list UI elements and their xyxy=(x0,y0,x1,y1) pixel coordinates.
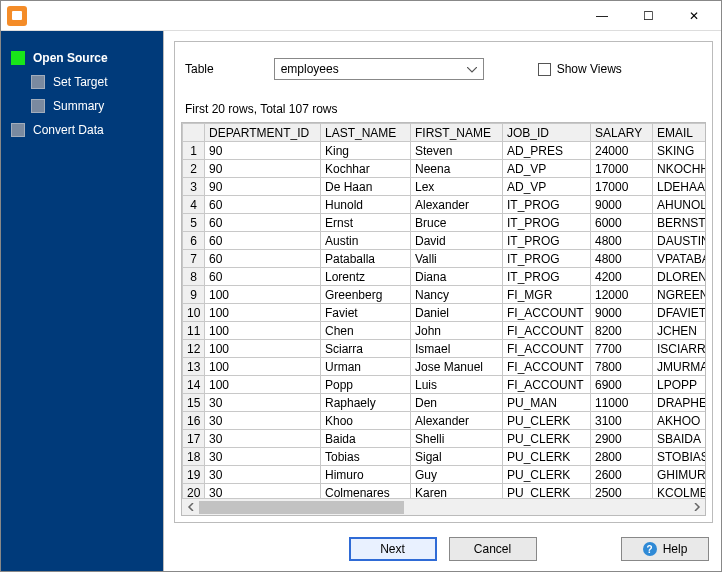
row-number-cell[interactable]: 18 xyxy=(183,448,205,466)
cell[interactable]: LPOPP xyxy=(653,376,706,394)
cell[interactable]: 60 xyxy=(205,214,321,232)
cell[interactable]: Ernst xyxy=(321,214,411,232)
cell[interactable]: Valli xyxy=(411,250,503,268)
cell[interactable]: Shelli xyxy=(411,430,503,448)
cell[interactable]: 30 xyxy=(205,484,321,499)
table-row[interactable]: 1930HimuroGuyPU_CLERK2600GHIMURO xyxy=(183,466,706,484)
cell[interactable]: Austin xyxy=(321,232,411,250)
cell[interactable]: IT_PROG xyxy=(503,214,591,232)
table-row[interactable]: 10100FavietDanielFI_ACCOUNT9000DFAVIET xyxy=(183,304,706,322)
cell[interactable]: Popp xyxy=(321,376,411,394)
minimize-button[interactable]: — xyxy=(579,1,625,31)
row-number-cell[interactable]: 11 xyxy=(183,322,205,340)
cell[interactable]: Sciarra xyxy=(321,340,411,358)
cell[interactable]: IT_PROG xyxy=(503,250,591,268)
cell[interactable]: 2500 xyxy=(591,484,653,499)
cell[interactable]: Karen xyxy=(411,484,503,499)
cell[interactable]: Tobias xyxy=(321,448,411,466)
table-row[interactable]: 9100GreenbergNancyFI_MGR12000NGREENBE xyxy=(183,286,706,304)
cell[interactable]: KCOLMENA xyxy=(653,484,706,499)
row-number-cell[interactable]: 12 xyxy=(183,340,205,358)
cell[interactable]: IT_PROG xyxy=(503,232,591,250)
table-row[interactable]: 190KingStevenAD_PRES24000SKING xyxy=(183,142,706,160)
table-row[interactable]: 1730BaidaShelliPU_CLERK2900SBAIDA xyxy=(183,430,706,448)
cell[interactable]: 30 xyxy=(205,466,321,484)
table-row[interactable]: 11100ChenJohnFI_ACCOUNT8200JCHEN xyxy=(183,322,706,340)
cell[interactable]: 3100 xyxy=(591,412,653,430)
cell[interactable]: PU_CLERK xyxy=(503,484,591,499)
next-button[interactable]: Next xyxy=(349,537,437,561)
table-row[interactable]: 1830TobiasSigalPU_CLERK2800STOBIAS xyxy=(183,448,706,466)
sidebar-item-convert-data[interactable]: Convert Data xyxy=(5,117,163,141)
table-row[interactable]: 860LorentzDianaIT_PROG4200DLORENTZ xyxy=(183,268,706,286)
cell[interactable]: 24000 xyxy=(591,142,653,160)
cell[interactable]: PU_CLERK xyxy=(503,412,591,430)
cell[interactable]: 30 xyxy=(205,448,321,466)
cell[interactable]: 60 xyxy=(205,196,321,214)
row-number-cell[interactable]: 5 xyxy=(183,214,205,232)
row-number-cell[interactable]: 2 xyxy=(183,160,205,178)
cell[interactable]: 100 xyxy=(205,304,321,322)
col-header-job-id[interactable]: JOB_ID xyxy=(503,124,591,142)
table-row[interactable]: 13100UrmanJose ManuelFI_ACCOUNT7800JMURM… xyxy=(183,358,706,376)
cell[interactable]: FI_ACCOUNT xyxy=(503,358,591,376)
row-number-cell[interactable]: 3 xyxy=(183,178,205,196)
cell[interactable]: 2900 xyxy=(591,430,653,448)
table-row[interactable]: 460HunoldAlexanderIT_PROG9000AHUNOLD xyxy=(183,196,706,214)
cell[interactable]: 4800 xyxy=(591,250,653,268)
cell[interactable]: 17000 xyxy=(591,160,653,178)
cell[interactable]: 17000 xyxy=(591,178,653,196)
cell[interactable]: Daniel xyxy=(411,304,503,322)
cell[interactable]: Ismael xyxy=(411,340,503,358)
scroll-track[interactable] xyxy=(199,499,688,515)
cell[interactable]: 100 xyxy=(205,376,321,394)
cell[interactable]: Diana xyxy=(411,268,503,286)
cell[interactable]: NKOCHHAR xyxy=(653,160,706,178)
cell[interactable]: DLORENTZ xyxy=(653,268,706,286)
cell[interactable]: 100 xyxy=(205,322,321,340)
cell[interactable]: AD_VP xyxy=(503,160,591,178)
cell[interactable]: Guy xyxy=(411,466,503,484)
cell[interactable]: Luis xyxy=(411,376,503,394)
table-row[interactable]: 660AustinDavidIT_PROG4800DAUSTIN xyxy=(183,232,706,250)
cell[interactable]: FI_MGR xyxy=(503,286,591,304)
cell[interactable]: 2600 xyxy=(591,466,653,484)
table-row[interactable]: 390De HaanLexAD_VP17000LDEHAAN xyxy=(183,178,706,196)
table-row[interactable]: 290KochharNeenaAD_VP17000NKOCHHAR xyxy=(183,160,706,178)
cell[interactable]: Sigal xyxy=(411,448,503,466)
cell[interactable]: 6000 xyxy=(591,214,653,232)
cell[interactable]: 90 xyxy=(205,142,321,160)
maximize-button[interactable]: ☐ xyxy=(625,1,671,31)
cell[interactable]: GHIMURO xyxy=(653,466,706,484)
cell[interactable]: 100 xyxy=(205,358,321,376)
cell[interactable]: JCHEN xyxy=(653,322,706,340)
cell[interactable]: 9000 xyxy=(591,196,653,214)
cell[interactable]: Greenberg xyxy=(321,286,411,304)
cell[interactable]: 100 xyxy=(205,286,321,304)
cell[interactable]: 60 xyxy=(205,250,321,268)
cell[interactable]: Kochhar xyxy=(321,160,411,178)
col-header-last-name[interactable]: LAST_NAME xyxy=(321,124,411,142)
cell[interactable]: SBAIDA xyxy=(653,430,706,448)
cell[interactable]: 11000 xyxy=(591,394,653,412)
cell[interactable]: PU_CLERK xyxy=(503,466,591,484)
cell[interactable]: LDEHAAN xyxy=(653,178,706,196)
cell[interactable]: 60 xyxy=(205,268,321,286)
row-number-cell[interactable]: 16 xyxy=(183,412,205,430)
cell[interactable]: FI_ACCOUNT xyxy=(503,340,591,358)
row-number-cell[interactable]: 8 xyxy=(183,268,205,286)
cell[interactable]: Colmenares xyxy=(321,484,411,499)
close-button[interactable]: ✕ xyxy=(671,1,717,31)
cell[interactable]: Faviet xyxy=(321,304,411,322)
sidebar-item-open-source[interactable]: Open Source xyxy=(5,45,163,69)
cell[interactable]: 30 xyxy=(205,394,321,412)
cell[interactable]: Alexander xyxy=(411,196,503,214)
cell[interactable]: STOBIAS xyxy=(653,448,706,466)
cell[interactable]: 6900 xyxy=(591,376,653,394)
cell[interactable]: AD_VP xyxy=(503,178,591,196)
col-header-email[interactable]: EMAIL xyxy=(653,124,706,142)
cell[interactable]: NGREENBE xyxy=(653,286,706,304)
table-dropdown[interactable]: employees xyxy=(274,58,484,80)
cell[interactable]: Jose Manuel xyxy=(411,358,503,376)
row-number-cell[interactable]: 14 xyxy=(183,376,205,394)
